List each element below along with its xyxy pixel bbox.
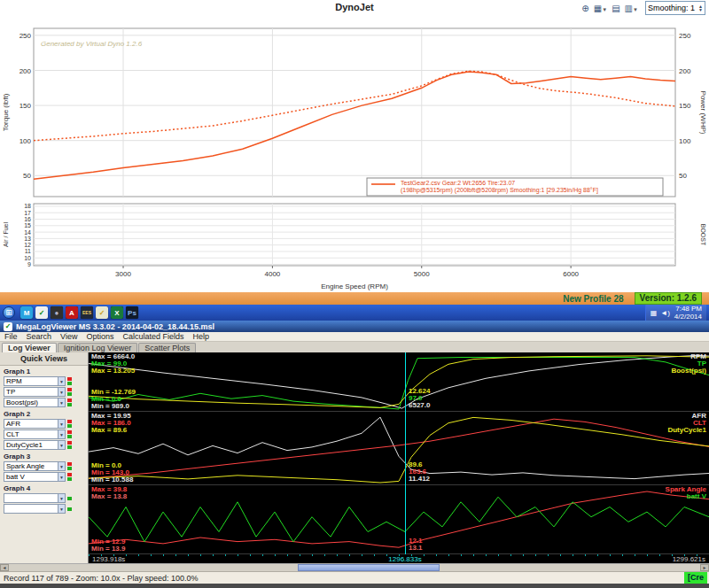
system-tray: ▦◄) 7:48 PM 4/2/2014 [645, 305, 706, 321]
channel-select-empty[interactable]: ▼ [4, 493, 66, 503]
channel-select-boost-psi-[interactable]: Boost(psi)▼ [4, 398, 66, 407]
status-bar: Record 117 of 789 - Zoom: 10.0x - Play s… [0, 571, 709, 584]
color-chip[interactable] [67, 435, 72, 438]
color-chip[interactable] [67, 382, 72, 385]
timeline-tick [573, 554, 573, 556]
panel-1-rlabels: RPMTPBoost(psi) [671, 353, 706, 375]
quick-views-title: Quick Views [0, 352, 88, 366]
group-label: Graph 1 [0, 366, 88, 376]
sidebar-groups: Graph 1RPM▼TP▼Boost(psi)▼Graph 2AFR▼CLT▼… [0, 366, 88, 514]
svg-text:150: 150 [679, 102, 691, 110]
color-chip[interactable] [67, 398, 72, 402]
timeline-tick [535, 554, 536, 556]
color-chip[interactable] [67, 403, 72, 406]
timeline-tick [610, 554, 611, 556]
channel-chips [67, 441, 72, 449]
channel-select-batt-v[interactable]: batt V▼ [4, 472, 66, 482]
menu-view[interactable]: View [60, 332, 77, 341]
timeline-start-time: 1293.918s [92, 555, 125, 563]
tab-log-viewer[interactable]: Log Viewer [2, 343, 57, 352]
create-button[interactable]: [Cre [684, 572, 707, 584]
volume-icon[interactable]: ◄) [660, 309, 670, 317]
profile-link[interactable]: New Profile 28 [563, 294, 623, 304]
smoothing-control[interactable]: Smoothing: 1 ▲▼ [645, 1, 705, 15]
dyno-watermark: Generated by Virtual Dyno 1.2.6 [41, 40, 143, 48]
scroll-left-arrow[interactable]: ◄ [0, 564, 9, 571]
panel-2-maxes: Max = 19.95Max = 186.0Max = 89.6 [91, 413, 131, 434]
menu-file[interactable]: File [4, 332, 18, 341]
color-chip[interactable] [67, 467, 72, 470]
timeline-tick [287, 554, 288, 556]
panel-2-rlabels: AFRCLTDutyCycle1 [667, 413, 706, 434]
check-app-icon[interactable]: ✓ [35, 306, 48, 319]
channel-select-clt[interactable]: CLT▼ [4, 429, 66, 439]
messenger-icon[interactable]: M [20, 306, 33, 319]
log-panel-2[interactable]: Max = 19.95Max = 186.0Max = 89.6Min = 0.… [89, 412, 709, 485]
color-chip[interactable] [67, 477, 72, 481]
trace-boost-psi- [89, 356, 709, 408]
color-chip[interactable] [67, 497, 72, 500]
channel-select-empty[interactable]: ▼ [4, 504, 66, 514]
tab-scatter-plots[interactable]: Scatter Plots [138, 343, 196, 352]
log-panel-3[interactable]: Max = 39.8Max = 13.8Min = 12.9Min = 13.9… [89, 485, 709, 554]
color-chip[interactable] [67, 445, 72, 449]
print-icon[interactable]: ▥▼ [624, 4, 639, 13]
tab-ignition-log-viewer[interactable]: Ignition Log Viewer [58, 343, 137, 352]
menu-options[interactable]: Options [86, 332, 113, 341]
clock-date: 4/2/2014 [674, 313, 702, 321]
panel-1-mins: Min = -12.769Min = 0.0Min = 989.0 [91, 389, 136, 410]
svg-text:9: 9 [27, 261, 31, 267]
timeline-cursor-time: 1296.833s [388, 555, 421, 563]
channel-select-spark-angle[interactable]: Spark Angle▼ [4, 461, 66, 471]
timeline-tick [151, 554, 152, 556]
dyno-chart: 5050100100150150200200250250Generated by… [0, 16, 709, 292]
color-chip[interactable] [67, 388, 72, 391]
channel-select-rpm[interactable]: RPM▼ [4, 376, 66, 386]
color-chip[interactable] [67, 473, 72, 476]
channel-select-tp[interactable]: TP▼ [4, 387, 66, 397]
ees-icon[interactable]: EES [81, 306, 93, 319]
menu-search[interactable]: Search [27, 332, 52, 341]
check2-app-icon[interactable]: ✓ [96, 306, 108, 319]
channel-row: AFR▼ [0, 419, 88, 429]
timeline[interactable]: 1293.918s1296.833s1299.621s [89, 554, 709, 563]
svg-text:50: 50 [679, 172, 687, 180]
menu-help[interactable]: Help [192, 332, 209, 341]
channel-select-dutycycle1[interactable]: DutyCycle1▼ [4, 440, 66, 450]
mlv-titlebar[interactable]: ✓ MegaLogViewer MS 3.3.02 - 2014-04-02_1… [0, 321, 709, 332]
horizontal-scrollbar[interactable]: ◄ ► [0, 563, 709, 571]
svg-text:150: 150 [19, 102, 32, 110]
svg-text:250: 250 [19, 32, 32, 40]
scroll-right-arrow[interactable]: ► [700, 564, 709, 571]
color-chip[interactable] [67, 430, 72, 434]
chart-options-icon[interactable]: ▦▼ [593, 4, 608, 13]
menu-calculated-fields[interactable]: Calculated Fields [122, 332, 183, 341]
smoothing-spinner[interactable]: ▲▼ [698, 4, 703, 12]
clock: 7:48 PM 4/2/2014 [674, 305, 702, 321]
channel-select-afr[interactable]: AFR▼ [4, 419, 66, 429]
scrollbar-thumb[interactable] [298, 564, 440, 571]
save-icon[interactable]: ▤ [611, 4, 620, 13]
color-chip[interactable] [67, 507, 72, 511]
network-icon[interactable]: ▦ [651, 309, 658, 317]
start-button[interactable]: ⊞ [3, 306, 15, 319]
timeline-tick [200, 554, 201, 556]
color-chip[interactable] [67, 441, 72, 445]
playback-cursor[interactable] [405, 352, 406, 554]
color-chip[interactable] [67, 424, 72, 428]
color-chip[interactable] [67, 462, 72, 466]
zoom-icon[interactable]: ⊕ [580, 4, 589, 13]
version-badge[interactable]: Version: 1.2.6 [635, 292, 702, 305]
excel-icon[interactable]: X [111, 306, 123, 319]
acrobat-icon[interactable]: A [66, 306, 78, 319]
chevron-down-icon: ▼ [602, 7, 607, 12]
svg-text:6000: 6000 [563, 270, 579, 278]
color-chip[interactable] [67, 392, 72, 396]
log-panel-1[interactable]: Max = 6664.0Max = 99.0Max = 13.205Min = … [89, 352, 709, 412]
photoshop-icon[interactable]: Ps [126, 306, 138, 319]
round-app-icon[interactable]: ● [51, 306, 63, 319]
chevron-down-icon: ▼ [58, 430, 65, 438]
color-chip[interactable] [67, 377, 72, 381]
dyno-toolbar: ⊕ ▦▼ ▤ ▥▼ Smoothing: 1 ▲▼ [580, 1, 705, 15]
color-chip[interactable] [67, 420, 72, 423]
